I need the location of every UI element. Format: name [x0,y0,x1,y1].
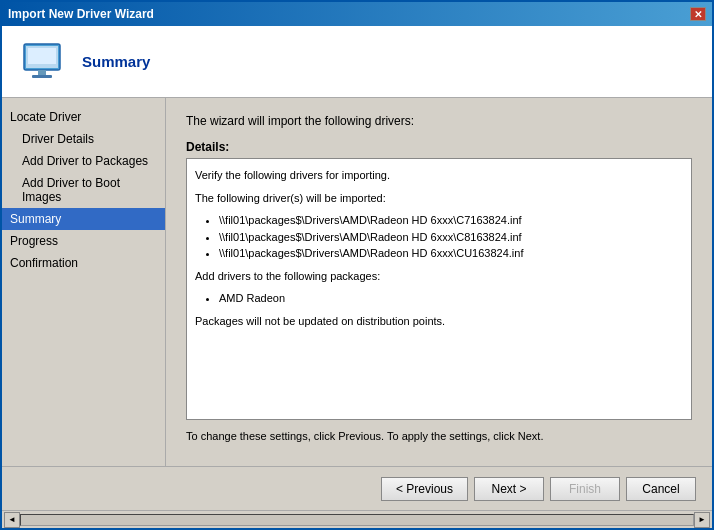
sidebar-item-driver-details[interactable]: Driver Details [2,128,165,150]
wizard-icon [18,38,66,86]
drivers-intro: The following driver(s) will be imported… [195,190,683,207]
sidebar-item-progress[interactable]: Progress [2,230,165,252]
sidebar: Locate Driver Driver Details Add Driver … [2,98,166,466]
wizard-header: Summary [2,26,712,98]
change-settings-text: To change these settings, click Previous… [186,430,692,442]
title-bar: Import New Driver Wizard ✕ [2,2,712,26]
packages-list: AMD Radeon [219,290,683,307]
packages-note: Packages will not be updated on distribu… [195,313,683,330]
wizard-intro: The wizard will import the following dri… [186,114,692,128]
next-button[interactable]: Next > [474,477,544,501]
verify-text: Verify the following drivers for importi… [195,167,683,184]
wizard-header-title: Summary [82,53,150,70]
svg-rect-2 [28,48,56,64]
packages-label: Add drivers to the following packages: [195,268,683,285]
details-label: Details: [186,140,692,154]
sidebar-item-summary[interactable]: Summary [2,208,165,230]
wizard-body: Locate Driver Driver Details Add Driver … [2,98,712,466]
previous-button[interactable]: < Previous [381,477,468,501]
cancel-button[interactable]: Cancel [626,477,696,501]
finish-button[interactable]: Finish [550,477,620,501]
driver-item-1: \\fil01\packages$\Drivers\AMD\Radeon HD … [219,212,683,229]
scrollbar-area: ◄ ► [2,510,712,528]
main-content: The wizard will import the following dri… [166,98,712,466]
sidebar-item-confirmation[interactable]: Confirmation [2,252,165,274]
driver-item-2: \\fil01\packages$\Drivers\AMD\Radeon HD … [219,229,683,246]
scroll-right-button[interactable]: ► [694,512,710,528]
driver-item-3: \\fil01\packages$\Drivers\AMD\Radeon HD … [219,245,683,262]
details-box: Verify the following drivers for importi… [186,158,692,420]
sidebar-item-locate-driver[interactable]: Locate Driver [2,106,165,128]
sidebar-item-add-driver-packages[interactable]: Add Driver to Packages [2,150,165,172]
scrollbar-track[interactable] [20,514,694,526]
window-title: Import New Driver Wizard [8,7,154,21]
wizard-footer: < Previous Next > Finish Cancel [2,466,712,510]
wizard-window: Import New Driver Wizard ✕ Summary Locat… [0,0,714,530]
close-button[interactable]: ✕ [690,7,706,21]
drivers-list: \\fil01\packages$\Drivers\AMD\Radeon HD … [219,212,683,262]
scroll-left-button[interactable]: ◄ [4,512,20,528]
sidebar-item-add-driver-boot-images[interactable]: Add Driver to Boot Images [2,172,165,208]
svg-rect-4 [32,75,52,78]
package-item-1: AMD Radeon [219,290,683,307]
